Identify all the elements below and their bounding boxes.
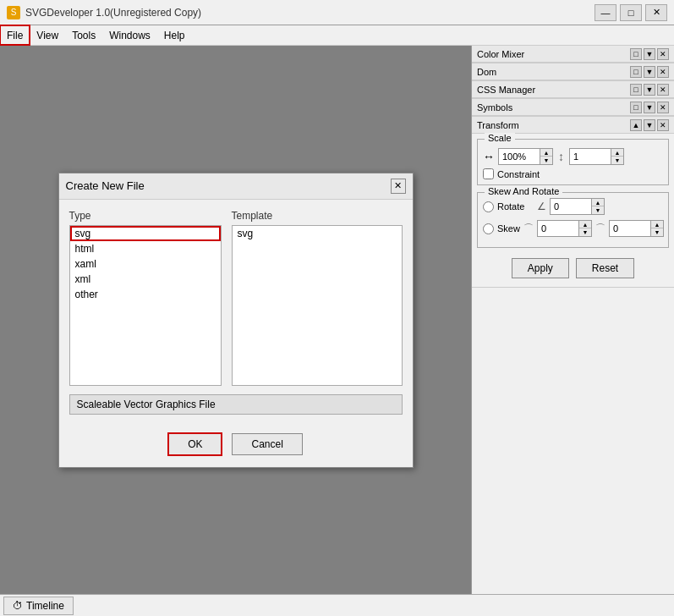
close-button[interactable]: ✕ xyxy=(645,4,667,21)
dialog-columns: Type svg html xaml xml other Templat xyxy=(69,210,403,386)
scale-x-spinner-btns: ▲ ▼ xyxy=(540,148,553,165)
css-manager-close[interactable]: ✕ xyxy=(657,84,669,96)
panel-section-transform: Transform ▲ ▼ ✕ Scale ↔ xyxy=(472,117,674,288)
menu-item-help[interactable]: Help xyxy=(157,25,192,45)
panel-header-transform: Transform ▲ ▼ ✕ xyxy=(472,117,674,134)
action-row: Apply Reset xyxy=(477,255,669,282)
ok-button[interactable]: OK xyxy=(168,433,222,455)
rotate-radio[interactable] xyxy=(483,201,494,212)
skew-right-input[interactable] xyxy=(609,220,651,237)
title-bar: S SVGDeveloper 1.0(Unregistered Copy) — … xyxy=(0,0,674,25)
css-manager-minimize[interactable]: □ xyxy=(630,84,642,96)
skew-radio[interactable] xyxy=(483,223,494,234)
menu-item-view[interactable]: View xyxy=(30,25,65,45)
symbols-pin[interactable]: ▼ xyxy=(644,102,655,113)
dialog-title: Create New File xyxy=(66,179,145,192)
cancel-button[interactable]: Cancel xyxy=(232,433,302,455)
skew-left-input[interactable] xyxy=(537,220,579,237)
rotate-input[interactable] xyxy=(550,198,592,215)
dom-pin[interactable]: ▼ xyxy=(644,66,655,78)
app-icon: S xyxy=(7,6,20,19)
rotate-spinner: ▲ ▼ xyxy=(550,198,605,215)
dom-close[interactable]: ✕ xyxy=(657,66,669,78)
menu-item-file[interactable]: File xyxy=(0,25,30,45)
dialog-close-button[interactable]: ✕ xyxy=(391,179,406,194)
skew-rotate-section: Skew And Rotate Rotate ∠ ▲ ▼ xyxy=(477,192,669,248)
timeline-label: Timeline xyxy=(26,600,64,612)
app-title: SVGDeveloper 1.0(Unregistered Copy) xyxy=(25,7,201,19)
rotate-up-btn[interactable]: ▲ xyxy=(592,199,604,206)
color-mixer-minimize[interactable]: □ xyxy=(630,48,642,60)
color-mixer-controls: □ ▼ ✕ xyxy=(630,48,669,60)
scale-x-up-btn[interactable]: ▲ xyxy=(540,149,552,157)
type-item-html[interactable]: html xyxy=(70,241,221,256)
color-mixer-pin[interactable]: ▼ xyxy=(644,48,655,60)
scale-y-up-btn[interactable]: ▲ xyxy=(611,149,623,157)
minimize-button[interactable]: — xyxy=(595,4,616,21)
rotate-down-btn[interactable]: ▼ xyxy=(592,206,604,214)
skew-left-icon: ⌒ xyxy=(523,222,534,236)
menu-item-tools[interactable]: Tools xyxy=(65,25,102,45)
symbols-controls: □ ▼ ✕ xyxy=(630,102,669,113)
dom-minimize[interactable]: □ xyxy=(630,66,642,78)
skew-left-spinner: ▲ ▼ xyxy=(537,220,592,237)
type-item-other[interactable]: other xyxy=(70,287,221,302)
color-mixer-close[interactable]: ✕ xyxy=(657,48,669,60)
symbols-close[interactable]: ✕ xyxy=(657,102,669,113)
panel-section-symbols: Symbols □ ▼ ✕ xyxy=(472,99,674,117)
panel-section-dom: Dom □ ▼ ✕ xyxy=(472,63,674,81)
skew-left-down-btn[interactable]: ▼ xyxy=(579,228,591,236)
timeline-icon: ⏱ xyxy=(13,600,23,612)
template-column-header: Template xyxy=(232,210,403,222)
transform-minimize[interactable]: ▲ xyxy=(630,119,642,131)
symbols-minimize[interactable]: □ xyxy=(630,102,642,113)
type-item-xaml[interactable]: xaml xyxy=(70,256,221,272)
type-column: Type svg html xaml xml other xyxy=(69,210,222,386)
dialog-titlebar: Create New File ✕ xyxy=(59,173,413,200)
panel-label-transform: Transform xyxy=(477,120,519,130)
rotate-spinner-btns: ▲ ▼ xyxy=(592,198,605,215)
panel-label-dom: Dom xyxy=(477,67,496,77)
constraint-row: Constraint xyxy=(483,168,663,179)
dialog-content: Type svg html xaml xml other Templat xyxy=(59,200,413,425)
reset-button[interactable]: Reset xyxy=(576,258,634,278)
apply-button[interactable]: Apply xyxy=(512,258,569,278)
maximize-button[interactable]: □ xyxy=(620,4,642,21)
skew-left-up-btn[interactable]: ▲ xyxy=(579,221,591,228)
panel-header-symbols: Symbols □ ▼ ✕ xyxy=(472,99,674,116)
css-manager-pin[interactable]: ▼ xyxy=(644,84,655,96)
skew-right-down-btn[interactable]: ▼ xyxy=(651,228,663,236)
panel-label-color-mixer: Color Mixer xyxy=(477,49,524,59)
type-item-xml[interactable]: xml xyxy=(70,272,221,287)
type-item-svg[interactable]: svg xyxy=(70,226,221,241)
description-bar: Scaleable Vector Graphics File xyxy=(69,394,403,415)
template-list[interactable]: svg xyxy=(232,225,403,386)
scale-y-spinner-btns: ▲ ▼ xyxy=(611,148,624,165)
scale-section: Scale ↔ ▲ ▼ ↕ xyxy=(477,139,669,185)
transform-pin[interactable]: ▼ xyxy=(644,119,655,131)
scale-x-down-btn[interactable]: ▼ xyxy=(540,157,552,164)
menu-bar: File View Tools Windows Help xyxy=(0,25,674,46)
panel-label-css-manager: CSS Manager xyxy=(477,85,535,95)
scale-y-down-btn[interactable]: ▼ xyxy=(611,157,623,164)
panel-section-css-manager: CSS Manager □ ▼ ✕ xyxy=(472,81,674,99)
scale-x-input[interactable] xyxy=(498,148,540,165)
type-list[interactable]: svg html xaml xml other xyxy=(69,225,222,386)
skew-left-spinner-btns: ▲ ▼ xyxy=(579,220,592,237)
skew-radio-label: Skew xyxy=(483,223,520,234)
template-value[interactable]: svg xyxy=(238,228,397,239)
transform-close[interactable]: ✕ xyxy=(657,119,669,131)
scale-y-input[interactable] xyxy=(569,148,611,165)
skew-right-up-btn[interactable]: ▲ xyxy=(651,221,663,228)
scale-arrow-icon: ↔ xyxy=(483,150,495,163)
skew-label-text: Skew xyxy=(497,223,520,234)
scale-legend: Scale xyxy=(485,133,515,143)
dom-controls: □ ▼ ✕ xyxy=(630,66,669,78)
panel-header-css-manager: CSS Manager □ ▼ ✕ xyxy=(472,81,674,98)
constraint-label: Constraint xyxy=(497,169,540,179)
panel-label-symbols: Symbols xyxy=(477,102,512,113)
constraint-checkbox[interactable] xyxy=(483,168,494,179)
transform-panel-body: Scale ↔ ▲ ▼ ↕ xyxy=(472,134,674,287)
menu-item-windows[interactable]: Windows xyxy=(102,25,157,45)
timeline-tab[interactable]: ⏱ Timeline xyxy=(3,597,74,615)
